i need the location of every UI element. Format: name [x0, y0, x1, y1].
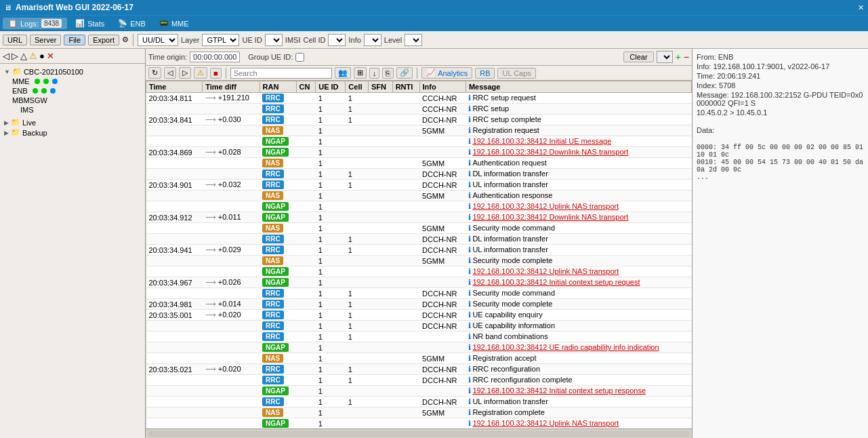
- td-sfn: [368, 332, 392, 342]
- add-filter-icon[interactable]: +: [676, 52, 681, 62]
- td-info: 5GMM: [419, 407, 466, 418]
- clear-button[interactable]: Clear: [623, 52, 653, 62]
- tree-item-mbmsgw[interactable]: MBMSGW: [11, 96, 142, 105]
- table-row[interactable]: NAS 1 5GMM ℹAuthentication request: [146, 158, 692, 169]
- stop-btn[interactable]: ■: [210, 68, 222, 79]
- td-sfn: [368, 136, 392, 147]
- table-row[interactable]: NGAP 1 ℹ192.168.100.32:38412 UE radio ca…: [146, 342, 692, 353]
- file-btn[interactable]: File: [64, 35, 85, 45]
- tree-item-cbc[interactable]: ▼ 📁 CBC-2021050100: [3, 66, 142, 77]
- table-row[interactable]: NAS 1 5GMM ℹRegistration request: [146, 125, 692, 136]
- tree-item-mme[interactable]: MME: [11, 77, 142, 86]
- table-row[interactable]: 20:03:34.811 ⟶ +191.210 RRC 1 1 CCCH-NR …: [146, 93, 692, 104]
- table-row[interactable]: NAS 1 5GMM ℹRegistration accept: [146, 353, 692, 364]
- ueid-select[interactable]: [265, 34, 283, 46]
- td-info: DCCH-NR: [419, 234, 466, 245]
- chevron-right-icon: ▶: [4, 119, 9, 126]
- log-table-container[interactable]: Time Time diff RAN CN UE ID Cell SFN RNT…: [146, 81, 692, 429]
- link-btn[interactable]: 🔗: [396, 67, 413, 79]
- table-row[interactable]: NGAP 1 ℹ192.168.100.32:38412 Uplink NAS …: [146, 266, 692, 277]
- td-ueid: 1: [316, 364, 346, 375]
- people-btn[interactable]: 👥: [335, 67, 351, 79]
- layer-select[interactable]: GTPL: [202, 34, 239, 46]
- td-diff: [203, 342, 260, 353]
- table-row[interactable]: NAS 1 5GMM ℹSecurity mode complete: [146, 256, 692, 266]
- group-ue-checkbox[interactable]: [295, 53, 304, 62]
- table-row[interactable]: NGAP 1 ℹ192.168.100.32:38412 Uplink NAS …: [146, 201, 692, 212]
- tree-item-enb[interactable]: ENB: [11, 86, 142, 96]
- rb-btn[interactable]: RB: [475, 68, 495, 79]
- td-cell: 1: [346, 364, 369, 375]
- table-row[interactable]: NGAP 1 ℹ192.168.100.32:38412 Initial UE …: [146, 136, 692, 147]
- table-row[interactable]: 20:03:34.841 ⟶ +0.030 RRC 1 1 DCCH-NR ℹR…: [146, 115, 692, 125]
- table-row[interactable]: RRC 1 1 DCCH-NR ℹUE capability informati…: [146, 321, 692, 332]
- table-row[interactable]: 20:03:34.967 ⟶ +0.026 NGAP 1 ℹ192.168.10…: [146, 277, 692, 288]
- nav-record[interactable]: ●: [39, 51, 45, 61]
- info-icon: ℹ: [468, 180, 471, 188]
- url-btn[interactable]: URL: [3, 35, 27, 45]
- cellid-select[interactable]: [328, 34, 346, 46]
- h-scrollbar-track[interactable]: [148, 431, 689, 437]
- td-cn: [296, 299, 316, 310]
- menu-mme[interactable]: 📟 MME: [154, 18, 194, 29]
- table-row[interactable]: RRC 1 1 DCCH-NR ℹUL information transfer: [146, 397, 692, 407]
- td-time: 20:03:34.912: [146, 212, 203, 223]
- table-row[interactable]: NGAP 1 ℹ192.168.100.32:38412 Initial con…: [146, 386, 692, 397]
- download-btn[interactable]: ↓: [369, 68, 380, 79]
- td-time: [146, 158, 203, 169]
- search-input[interactable]: [230, 68, 332, 79]
- menu-logs[interactable]: 📋 Logs: 8438: [3, 18, 67, 29]
- table-row[interactable]: RRC 1 1 CCCH-NR ℹRRC setup: [146, 104, 692, 115]
- menu-stats[interactable]: 📊 Stats: [70, 18, 110, 29]
- table-row[interactable]: NAS 1 5GMM ℹRegistration complete: [146, 407, 692, 418]
- level-select[interactable]: [405, 34, 422, 46]
- filter-dropdown[interactable]: [657, 51, 673, 63]
- table-row[interactable]: 20:03:35.001 ⟶ +0.020 RRC 1 1 DCCH-NR ℹU…: [146, 310, 692, 321]
- h-scrollbar[interactable]: [146, 429, 692, 438]
- table-row[interactable]: RRC 1 1 DCCH-NR ℹDL information transfer: [146, 234, 692, 245]
- export-btn[interactable]: Export: [88, 35, 119, 45]
- td-info: DCCH-NR: [419, 115, 466, 125]
- warn-btn[interactable]: ⚠: [194, 67, 207, 79]
- td-info: [419, 136, 466, 147]
- nav-forward[interactable]: ▷: [12, 51, 18, 61]
- refresh-btn[interactable]: ↻: [148, 67, 161, 79]
- info-icon: ℹ: [468, 365, 471, 373]
- nav-close[interactable]: ✕: [47, 51, 54, 61]
- next-btn[interactable]: ▷: [179, 67, 191, 79]
- table-row[interactable]: 20:03:34.941 ⟶ +0.029 RRC 1 1 DCCH-NR ℹU…: [146, 245, 692, 256]
- table-row[interactable]: 20:03:34.901 ⟶ +0.032 RRC 1 1 DCCH-NR ℹU…: [146, 180, 692, 191]
- settings-icon[interactable]: ⚙: [122, 35, 129, 44]
- tree-item-backup[interactable]: ▶ 📁 Backup: [3, 127, 142, 138]
- table-row[interactable]: RRC 1 1 ℹNR band combinations: [146, 332, 692, 342]
- nav-up[interactable]: △: [20, 51, 27, 61]
- filter-btn[interactable]: ⊞: [354, 67, 367, 79]
- ul-caps-btn[interactable]: UL Caps: [497, 68, 535, 79]
- nav-back[interactable]: ◁: [3, 51, 9, 61]
- tree-item-live[interactable]: ▶ 📁 Live: [3, 117, 142, 127]
- table-row[interactable]: NAS 1 5GMM ℹSecurity mode command: [146, 223, 692, 234]
- td-cell: [346, 277, 369, 288]
- td-time: [146, 288, 203, 299]
- table-row[interactable]: 20:03:35.021 ⟶ +0.020 RRC 1 1 DCCH-NR ℹR…: [146, 364, 692, 375]
- td-diff: [203, 266, 260, 277]
- td-ueid: 1: [316, 277, 346, 288]
- remove-filter-icon[interactable]: −: [684, 52, 689, 62]
- server-btn[interactable]: Server: [30, 35, 61, 45]
- table-row[interactable]: RRC 1 1 DCCH-NR ℹRRC reconfiguration com…: [146, 375, 692, 386]
- table-row[interactable]: 20:03:34.981 ⟶ +0.014 RRC 1 1 DCCH-NR ℹS…: [146, 299, 692, 310]
- info-select[interactable]: [364, 34, 381, 46]
- table-row[interactable]: RRC 1 1 DCCH-NR ℹSecurity mode command: [146, 288, 692, 299]
- tree-item-ims[interactable]: IMS: [19, 105, 142, 115]
- analytics-btn[interactable]: 📈 Analytics: [421, 67, 472, 79]
- close-icon[interactable]: ✕: [858, 3, 864, 12]
- table-row[interactable]: 20:03:34.869 ⟶ +0.028 NGAP 1 ℹ192.168.10…: [146, 147, 692, 158]
- prev-btn[interactable]: ◁: [164, 67, 176, 79]
- table-row[interactable]: 20:03:34.912 ⟶ +0.011 NGAP 1 ℹ192.168.10…: [146, 212, 692, 223]
- copy-btn[interactable]: ⎘: [382, 68, 394, 79]
- uudl-select[interactable]: UU/DL: [138, 34, 178, 46]
- table-row[interactable]: NAS 1 5GMM ℹAuthentication response: [146, 191, 692, 201]
- table-row[interactable]: NGAP 1 ℹ192.168.100.32:38412 Uplink NAS …: [146, 418, 692, 429]
- table-row[interactable]: RRC 1 1 DCCH-NR ℹDL information transfer: [146, 169, 692, 180]
- menu-enb[interactable]: 📡 ENB: [112, 18, 151, 29]
